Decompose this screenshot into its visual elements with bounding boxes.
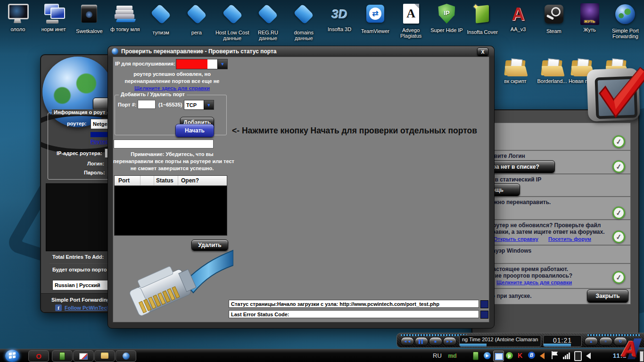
language-indicator[interactable]: RU [433, 352, 442, 359]
port-input[interactable] [138, 100, 156, 109]
eject-button[interactable]: ▲ [585, 337, 598, 346]
red-a-icon: A [507, 3, 529, 25]
insofta-3d-icon: 3D [328, 3, 351, 25]
ports-open-label: Будет открыто порто [52, 267, 107, 272]
taskbar-image-editor-button[interactable] [73, 350, 94, 362]
router-updated-line2: перенаправление портов все еще не [113, 78, 231, 84]
desktop-icon-insofta-3d[interactable]: 3DInsofta 3D [322, 3, 357, 41]
help-link[interactable]: Щелкните здесь для справки [113, 85, 231, 91]
network-signal-tray-icon[interactable] [563, 352, 570, 359]
open-help-link[interactable]: Открыть справку [494, 236, 538, 242]
desktop-icon-row: ололо норм инет Swetkalove ф топку мля т… [0, 3, 644, 41]
protocol-select[interactable]: TCP▼ [184, 100, 214, 110]
prev-track-button[interactable]: ◄◄ [401, 337, 414, 346]
total-entries-label: Total Entries To Add: [52, 254, 104, 260]
dropdown-arrow-icon[interactable]: ▼ [204, 100, 214, 109]
column-header-open[interactable]: Open? [178, 176, 227, 185]
zhut-game-icon: ЖУТЬ [578, 3, 601, 26]
status-indicator [480, 300, 488, 308]
click-here-help-link[interactable]: Щелкните здесь для справки [496, 280, 572, 285]
desktop-folder-vk-script[interactable]: вк скрипт [498, 58, 533, 84]
aimp-logo[interactable]: A [620, 335, 644, 362]
track-title-box[interactable]: ng Time 2012 (Antoine Clamaran [459, 335, 541, 347]
desktop-icon-swetkalove[interactable]: Swetkalove [72, 3, 107, 41]
image-editor-icon [79, 353, 88, 360]
time-progress[interactable] [544, 344, 571, 346]
check-icon: ✓ [611, 270, 626, 284]
desktop-icon-regru[interactable]: REG.RU данные [250, 3, 286, 41]
player-deco-strip [401, 334, 467, 336]
desktop-icon-super-hide-ip[interactable]: IPSuper Hide IP [429, 3, 465, 41]
footer-follow-link[interactable]: Follow PcWinTech [65, 305, 110, 311]
qip-tray-icon[interactable] [473, 352, 479, 360]
bluetooth-tray-icon[interactable]: B [528, 352, 535, 359]
cover-box-icon: ✦ [471, 6, 494, 28]
track-time-box[interactable]: 01:21 [543, 335, 582, 347]
desktop-icon-insofta-cover[interactable]: ✦Insofta Cover [464, 3, 500, 41]
last-error-bar: Last Error Status Code: [229, 310, 479, 318]
desktop-icon-teamviewer[interactable]: ⇄TeamViewer [357, 3, 393, 41]
volume-tray-icon[interactable] [586, 353, 591, 359]
desktop-icon-steam[interactable]: Steam [536, 3, 572, 41]
start-hint-text: <- Нажмите кнопку Начать для проверки от… [232, 126, 496, 136]
flag-tray-icon[interactable] [552, 351, 558, 359]
dialog-body: IP для прослушивания: ▼ роутер успешно о… [113, 57, 489, 322]
column-header-status[interactable]: Status [154, 176, 178, 185]
next-track-button[interactable]: ►► [443, 337, 456, 346]
facebook-icon[interactable]: f [55, 304, 62, 311]
folder-icon [101, 354, 108, 359]
desktop-icon-zhut[interactable]: ЖУТЬЖуть [572, 3, 608, 41]
taskbar-folder-button[interactable] [94, 350, 115, 362]
dialog-titlebar[interactable]: Проверить перенаправление - Проверить ст… [108, 46, 494, 57]
device-tray-icon[interactable] [574, 351, 582, 361]
redacted-ip [176, 59, 207, 69]
computers-icon [42, 3, 65, 25]
column-header-port[interactable]: Port [115, 176, 140, 185]
column-header-blank[interactable] [140, 176, 154, 185]
desktop-icon-simple-port-forwarding[interactable]: Simple Port Forwarding [608, 3, 644, 41]
divider [477, 219, 630, 220]
track-progress[interactable] [460, 344, 487, 346]
port-results-list[interactable]: Port Status Open? [114, 175, 227, 236]
close-button[interactable]: X [477, 48, 488, 56]
icon-label: Simple Port Forwarding [608, 28, 644, 39]
red-checkmark [591, 62, 644, 123]
md-tray-icon[interactable]: md [448, 353, 456, 359]
kaspersky-tray-icon[interactable]: K [518, 352, 522, 359]
volume-orange-tray-icon[interactable] [540, 353, 545, 359]
taskbar-opera-button[interactable]: O [28, 350, 49, 362]
desktop-icon-host-low-cost[interactable]: Host Low Cost данные [215, 3, 250, 41]
aimp-player-bar: ◄◄ ▌▌ ■ ►► ng Time 2012 (Antoine Clamara… [396, 333, 644, 348]
ip-shield-icon: IP [435, 4, 458, 26]
desktop-icon-tupizm[interactable]: тупизм [143, 3, 179, 41]
visit-forum-link[interactable]: Посетить форум [548, 236, 591, 242]
pause-button[interactable]: ▌▌ [415, 337, 428, 346]
desktop-icon-f-topku[interactable]: ф топку мля [107, 3, 143, 41]
windows-flag-icon [9, 352, 16, 359]
router-label: роутер: [67, 121, 86, 126]
start-button[interactable]: Начать [175, 124, 214, 137]
icon-label: Host Low Cost данные [215, 30, 250, 41]
play-tray-icon[interactable]: ▶ [484, 352, 491, 359]
desktop-icon-aa-v3[interactable]: AAA_v3 [500, 3, 536, 41]
divider [477, 173, 630, 174]
taskbar-spf-button[interactable] [116, 350, 136, 362]
desktop-icon-domains[interactable]: domains данные [286, 3, 322, 41]
folder-label: вк скрипт [498, 78, 533, 84]
status-strip [114, 140, 214, 148]
desktop-icon-pera[interactable]: pera [179, 3, 215, 41]
taskbar-qip-button[interactable] [52, 350, 73, 362]
desktop-icon-norm-inet[interactable]: норм инет [36, 3, 72, 41]
check-icon: ✓ [611, 230, 626, 244]
utorrent-tray-icon[interactable]: µ [506, 352, 513, 359]
stop-button[interactable]: ■ [429, 337, 442, 346]
advego-document-icon: A [400, 4, 422, 26]
screen-capture-tray-icon[interactable] [493, 351, 504, 362]
playlist-button[interactable]: ≡ [599, 337, 612, 346]
start-button[interactable] [5, 350, 19, 362]
desktop-icon-ololo[interactable]: ололо [0, 3, 36, 41]
close-guide-button[interactable]: Закрыть [587, 289, 628, 303]
listen-ip-select[interactable]: ▼ [176, 59, 228, 69]
dropdown-arrow-icon[interactable]: ▼ [217, 59, 227, 69]
desktop-icon-advego[interactable]: AAdvego Plagiatus [393, 3, 429, 41]
